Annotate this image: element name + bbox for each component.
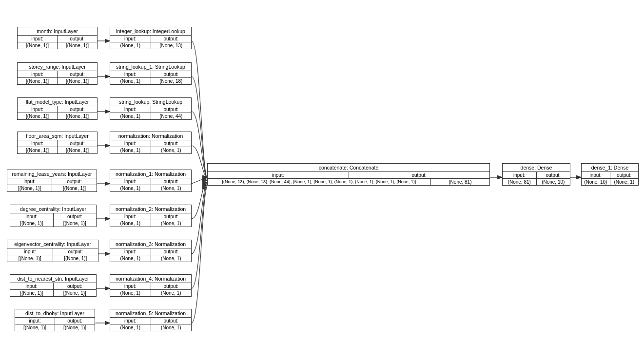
node-string_lookup-title: string_lookup: StringLookup	[110, 98, 191, 106]
node-dense_1-output-val: (None, 1)	[610, 179, 639, 185]
node-concatenate-labels: input:output:	[208, 172, 489, 179]
node-integer_lookup-output-val: (None, 13)	[151, 42, 192, 49]
node-concatenate-values: [(None, 13), (None, 18), (None, 44), (No…	[208, 179, 489, 185]
node-normalization_5-labels: input:output:	[110, 318, 191, 324]
node-normalization_2-labels: input:output:	[110, 213, 191, 220]
node-dense-labels: input:output:	[503, 172, 570, 179]
node-flat_model_type_input-title: flat_model_type: InputLayer	[18, 98, 97, 106]
node-string_lookup-output-val: (None, 44)	[151, 113, 192, 119]
node-normalization_3-title: normalization_3: Normalization	[110, 240, 191, 248]
node-normalization-output-label: output:	[151, 140, 192, 147]
node-normalization-values: (None, 1)(None, 1)	[110, 147, 191, 153]
node-concatenate-input-label: input:	[208, 172, 349, 178]
node-degree_centrality_input-output-val: [(None, 1)]	[54, 220, 97, 227]
node-normalization_3-input-val: (None, 1)	[110, 255, 151, 262]
node-remaining_lease_input-input-label: input:	[7, 178, 52, 185]
node-string_lookup-input-label: input:	[110, 106, 151, 113]
node-normalization_5-title: normalization_5: Normalization	[110, 309, 191, 318]
node-normalization: normalization: Normalizationinput:output…	[110, 132, 192, 154]
node-string_lookup_1: string_lookup_1: StringLookupinput:outpu…	[110, 62, 192, 85]
node-normalization_5-input-label: input:	[110, 318, 151, 324]
node-storey_range_input-input-label: input:	[18, 71, 58, 77]
node-dense-output-val: (None, 10)	[537, 179, 570, 185]
node-month_input-values: [(None, 1)][(None, 1)]	[18, 42, 97, 49]
node-dense-output-label: output:	[537, 172, 570, 178]
node-remaining_lease_input: remaining_lease_years: InputLayerinput:o…	[7, 170, 97, 192]
node-dist_nearest_stn_input-values: [(None, 1)][(None, 1)]	[10, 290, 96, 296]
node-normalization_2-input-val: (None, 1)	[110, 220, 151, 227]
node-floor_area_sqm_input-values: [(None, 1)][(None, 1)]	[18, 147, 97, 153]
node-month_input-title: month: InputLayer	[18, 27, 97, 36]
node-normalization_5-input-val: (None, 1)	[110, 324, 151, 331]
node-dist_dhoby_input-values: [(None, 1)][(None, 1)]	[15, 324, 95, 331]
node-dense_1-title: dense_1: Dense	[582, 164, 638, 172]
node-dist_dhoby_input-input-val: [(None, 1)]	[15, 324, 55, 331]
node-flat_model_type_input-values: [(None, 1)][(None, 1)]	[18, 113, 97, 119]
node-storey_range_input-values: [(None, 1)][(None, 1)]	[18, 78, 97, 84]
node-normalization_3-output-label: output:	[151, 248, 192, 255]
node-flat_model_type_input-labels: input:output:	[18, 106, 97, 113]
node-normalization_5: normalization_5: Normalizationinput:outp…	[110, 309, 192, 331]
node-floor_area_sqm_input-title: floor_area_sqm: InputLayer	[18, 132, 97, 140]
node-floor_area_sqm_input-output-label: output:	[58, 140, 97, 147]
node-normalization_2-output-val: (None, 1)	[151, 220, 192, 227]
node-remaining_lease_input-input-val: [(None, 1)]	[7, 185, 52, 191]
node-flat_model_type_input: flat_model_type: InputLayerinput:output:…	[17, 97, 98, 120]
node-integer_lookup-input-val: (None, 1)	[110, 42, 151, 49]
node-normalization-input-val: (None, 1)	[110, 147, 151, 153]
node-month_input-labels: input:output:	[18, 36, 97, 42]
node-dense_1-values: (None, 10)(None, 1)	[582, 179, 638, 185]
node-string_lookup: string_lookup: StringLookupinput:output:…	[110, 97, 192, 120]
node-remaining_lease_input-values: [(None, 1)][(None, 1)]	[7, 185, 97, 191]
node-degree_centrality_input-input-label: input:	[10, 213, 54, 220]
node-month_input-input-val: [(None, 1)]	[18, 42, 58, 49]
node-normalization_4-title: normalization_4: Normalization	[110, 275, 191, 283]
node-storey_range_input-output-val: [(None, 1)]	[58, 78, 97, 84]
node-string_lookup_1-title: string_lookup_1: StringLookup	[110, 63, 191, 71]
node-dist_dhoby_input-input-label: input:	[15, 318, 55, 324]
node-normalization_1-output-label: output:	[151, 178, 192, 185]
node-integer_lookup-labels: input:output:	[110, 36, 191, 42]
node-concatenate: concatenate: Concatenateinput:output:[(N…	[207, 163, 490, 186]
node-normalization_3-labels: input:output:	[110, 248, 191, 255]
node-remaining_lease_input-labels: input:output:	[7, 178, 97, 185]
node-normalization_5-output-label: output:	[151, 318, 192, 324]
node-storey_range_input: storey_range: InputLayerinput:output:[(N…	[17, 62, 98, 85]
node-normalization_2: normalization_2: Normalizationinput:outp…	[110, 205, 192, 227]
node-remaining_lease_input-output-val: [(None, 1)]	[52, 185, 97, 191]
node-dense-input-val: (None, 81)	[503, 179, 537, 185]
node-dist_nearest_stn_input-title: dist_to_nearest_stn: InputLayer	[10, 275, 96, 283]
node-normalization_2-output-label: output:	[151, 213, 192, 220]
node-normalization_4-input-label: input:	[110, 283, 151, 289]
node-eigenvector_centrality_input: eigenvector_centrality: InputLayerinput:…	[7, 240, 98, 262]
node-integer_lookup-input-label: input:	[110, 36, 151, 42]
node-floor_area_sqm_input-input-val: [(None, 1)]	[18, 147, 58, 153]
node-normalization_1-input-label: input:	[110, 178, 151, 185]
node-eigenvector_centrality_input-input-label: input:	[7, 248, 53, 255]
node-dist_dhoby_input-output-label: output:	[55, 318, 95, 324]
node-dense-title: dense: Dense	[503, 164, 570, 172]
node-normalization-input-label: input:	[110, 140, 151, 147]
node-dist_nearest_stn_input-input-val: [(None, 1)]	[10, 290, 54, 296]
node-normalization_5-output-val: (None, 1)	[151, 324, 192, 331]
node-normalization_1-title: normalization_1: Normalization	[110, 170, 191, 178]
node-dist_nearest_stn_input-output-val: [(None, 1)]	[54, 290, 97, 296]
node-dist_nearest_stn_input-labels: input:output:	[10, 283, 96, 290]
node-storey_range_input-output-label: output:	[58, 71, 97, 77]
node-string_lookup-output-label: output:	[151, 106, 192, 113]
node-concatenate-output-val: (None, 81)	[431, 179, 489, 185]
node-string_lookup_1-values: (None, 1)(None, 18)	[110, 78, 191, 84]
node-floor_area_sqm_input-output-val: [(None, 1)]	[58, 147, 97, 153]
node-dense_1-input-label: input:	[582, 172, 610, 178]
node-concatenate-output-label: output:	[349, 172, 490, 178]
node-normalization-labels: input:output:	[110, 140, 191, 147]
node-normalization_1-values: (None, 1)(None, 1)	[110, 185, 191, 191]
node-dist_dhoby_input-output-val: [(None, 1)]	[55, 324, 95, 331]
node-integer_lookup: integer_lookup: IntegerLookupinput:outpu…	[110, 27, 192, 49]
node-month_input-output-label: output:	[58, 36, 97, 42]
node-normalization_3-values: (None, 1)(None, 1)	[110, 255, 191, 262]
node-month_input-input-label: input:	[18, 36, 58, 42]
node-normalization_1-input-val: (None, 1)	[110, 185, 151, 191]
node-normalization_1-labels: input:output:	[110, 178, 191, 185]
node-flat_model_type_input-input-label: input:	[18, 106, 58, 113]
